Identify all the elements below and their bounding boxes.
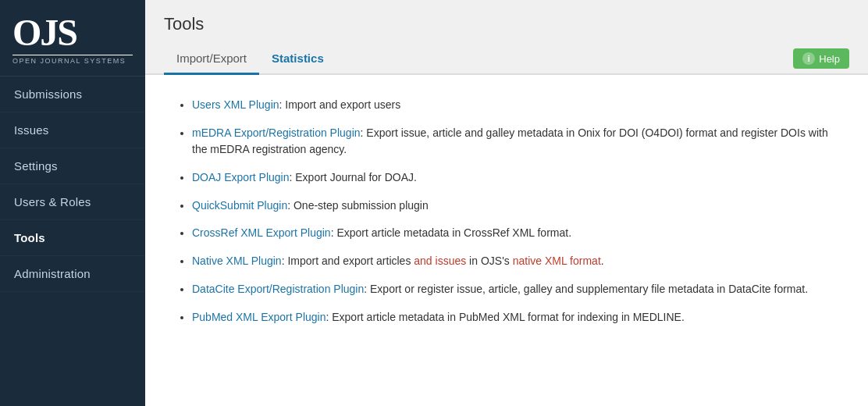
tabs-bar: Import/Export Statistics i Help [145, 44, 868, 75]
plugin-list: Users XML Plugin: Import and export user… [176, 97, 837, 326]
tab-import-export[interactable]: Import/Export [164, 44, 259, 75]
logo-subtitle: OPEN JOURNAL SYSTEMS [12, 57, 133, 65]
logo-text: OJS [12, 14, 133, 52]
list-item: DataCite Export/Registration Plugin: Exp… [192, 281, 837, 298]
logo-area: OJS OPEN JOURNAL SYSTEMS [0, 0, 145, 77]
list-item: Native XML Plugin: Import and export art… [192, 253, 837, 270]
logo-divider [12, 55, 133, 55]
sidebar-item-tools[interactable]: Tools [0, 220, 145, 256]
plugin-link-pubmed[interactable]: PubMed XML Export Plugin [192, 311, 326, 323]
list-item: PubMed XML Export Plugin: Export article… [192, 309, 837, 326]
sidebar-item-issues[interactable]: Issues [0, 112, 145, 148]
plugin-link-users-xml[interactable]: Users XML Plugin [192, 98, 279, 111]
plugin-link-quicksubmit[interactable]: QuickSubmit Plugin [192, 199, 287, 212]
sidebar-item-users-roles[interactable]: Users & Roles [0, 184, 145, 220]
plugin-link-medra[interactable]: mEDRA Export/Registration Plugin [192, 126, 361, 139]
help-icon: i [802, 52, 815, 65]
plugin-link-native-xml[interactable]: Native XML Plugin [192, 255, 282, 267]
list-item: mEDRA Export/Registration Plugin: Export… [192, 125, 837, 158]
plugin-link-datacite[interactable]: DataCite Export/Registration Plugin [192, 283, 364, 295]
tab-statistics[interactable]: Statistics [259, 44, 336, 75]
list-item: CrossRef XML Export Plugin: Export artic… [192, 225, 837, 242]
main-content: Tools Import/Export Statistics i Help Us… [145, 0, 868, 406]
plugin-link-crossref[interactable]: CrossRef XML Export Plugin [192, 226, 331, 239]
sidebar-item-administration[interactable]: Administration [0, 256, 145, 292]
nav-menu: SubmissionsIssuesSettingsUsers & RolesTo… [0, 77, 145, 292]
list-item: QuickSubmit Plugin: One-step submission … [192, 198, 837, 215]
sidebar-item-submissions[interactable]: Submissions [0, 77, 145, 112]
sidebar: OJS OPEN JOURNAL SYSTEMS SubmissionsIssu… [0, 0, 145, 406]
help-button[interactable]: i Help [793, 48, 849, 69]
sidebar-item-settings[interactable]: Settings [0, 148, 145, 184]
plugin-link-doaj[interactable]: DOAJ Export Plugin [192, 171, 290, 183]
help-label: Help [819, 53, 840, 65]
page-title: Tools [164, 14, 849, 34]
list-item: Users XML Plugin: Import and export user… [192, 97, 837, 114]
list-item: DOAJ Export Plugin: Export Journal for D… [192, 169, 837, 187]
page-header: Tools [145, 0, 868, 44]
content-area: Users XML Plugin: Import and export user… [145, 75, 868, 406]
